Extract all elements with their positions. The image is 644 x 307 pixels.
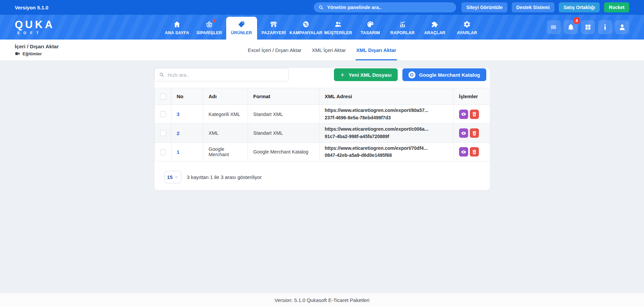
column-header-xml-address: XML Adresi bbox=[319, 88, 453, 105]
qukasoft-logo[interactable]: QUKA SOFT bbox=[15, 15, 55, 40]
chart-icon bbox=[399, 20, 407, 28]
row-checkbox[interactable] bbox=[160, 149, 166, 155]
nav-item-home[interactable]: ANA SAYFA bbox=[162, 17, 193, 40]
chevron-down-icon bbox=[175, 175, 178, 179]
nav-item-products[interactable]: ÜRÜNLER bbox=[226, 17, 257, 40]
view-button[interactable] bbox=[459, 110, 468, 119]
column-header-format: Format bbox=[248, 88, 319, 105]
logo-primary-text: QUKA bbox=[15, 19, 55, 30]
nav-item-tools[interactable]: ARAÇLAR bbox=[419, 17, 450, 40]
info-icon bbox=[601, 23, 609, 31]
nav-item-campaigns[interactable]: KAMPANYALAR bbox=[291, 17, 321, 40]
tutorials-label: Eğitimler bbox=[22, 51, 42, 56]
new-xml-file-button[interactable]: Yeni XML Dosyası bbox=[334, 68, 398, 81]
eye-icon bbox=[461, 130, 466, 136]
tab-xml-export[interactable]: XML Dışarı Aktar bbox=[355, 40, 397, 60]
quick-search[interactable] bbox=[154, 68, 289, 81]
palette-icon bbox=[366, 20, 375, 28]
nav-item-marketplace[interactable]: PAZARYERİ bbox=[258, 17, 289, 40]
apps-grid-button[interactable] bbox=[581, 20, 595, 34]
notification-count-badge: 4 bbox=[573, 17, 580, 24]
view-site-button[interactable]: Siteyi Görüntüle bbox=[461, 2, 507, 12]
nav-item-orders[interactable]: SİPARİŞLER bbox=[194, 17, 225, 40]
footer: Version: 5.1.0 Qukasoft E-Ticaret Paketl… bbox=[0, 293, 644, 307]
select-all-checkbox[interactable] bbox=[160, 94, 166, 100]
tutorials-link[interactable]: Eğitimler bbox=[15, 51, 59, 56]
info-button[interactable] bbox=[598, 20, 612, 34]
nav-label: SİPARİŞLER bbox=[196, 30, 222, 35]
gear-icon bbox=[463, 20, 471, 28]
nav-label: ANA SAYFA bbox=[165, 30, 189, 35]
admin-search-input[interactable] bbox=[327, 5, 451, 10]
delete-button[interactable] bbox=[470, 147, 479, 157]
row-format: Google Merchant Katalog bbox=[248, 142, 319, 161]
nav-label: ARAÇLAR bbox=[424, 30, 445, 35]
eye-icon bbox=[461, 111, 466, 117]
search-icon bbox=[318, 5, 324, 10]
table-row: 2 XML Standart XML https://www.eticareti… bbox=[154, 124, 490, 142]
quick-search-input[interactable] bbox=[168, 72, 284, 78]
navbar-icon-buttons: 4 bbox=[547, 15, 629, 40]
delete-button[interactable] bbox=[470, 128, 479, 138]
notifications-button[interactable]: 4 bbox=[564, 20, 578, 34]
grid-icon bbox=[584, 23, 592, 31]
page-header: İçeri / Dışarı Aktar Eğitimler Excel İçe… bbox=[0, 40, 644, 60]
row-format: Standart XML bbox=[248, 124, 319, 142]
sales-partnership-button[interactable]: Satış Ortaklığı bbox=[559, 2, 600, 12]
view-button[interactable] bbox=[459, 128, 468, 138]
support-system-button[interactable]: Destek Sistemi bbox=[512, 2, 555, 12]
nav-item-settings[interactable]: AYARLAR bbox=[452, 17, 483, 40]
store-icon bbox=[270, 20, 278, 28]
page-size-select[interactable]: 15 bbox=[164, 171, 181, 183]
account-button[interactable] bbox=[615, 20, 629, 34]
nav-label: PAZARYERİ bbox=[261, 30, 286, 35]
nav-item-customers[interactable]: MÜŞTERİLER bbox=[323, 17, 354, 40]
records-summary: 3 kayıttan 1 ile 3 arası gösteriliyor bbox=[187, 174, 262, 180]
row-checkbox[interactable] bbox=[160, 111, 166, 117]
main-navbar: QUKA SOFT ANA SAYFA SİPARİŞLER ÜRÜNLER bbox=[0, 15, 644, 40]
row-name: Google Merchant bbox=[203, 142, 248, 161]
table-controls: Yeni XML Dosyası G Google Merchant Katal… bbox=[154, 68, 490, 81]
column-header-actions: İşlemler bbox=[453, 88, 490, 105]
view-button[interactable] bbox=[459, 147, 468, 157]
home-icon bbox=[173, 20, 181, 28]
rocket-button[interactable]: Rocket bbox=[604, 2, 629, 12]
footer-version-text: Version: 5.1.0 Qukasoft E-Ticaret Paketl… bbox=[275, 297, 369, 303]
nav-item-reports[interactable]: RAPORLAR bbox=[387, 17, 418, 40]
row-actions bbox=[459, 110, 485, 119]
tab-xml-import[interactable]: XML İçeri Aktar bbox=[311, 40, 346, 60]
xml-export-card: Yeni XML Dosyası G Google Merchant Katal… bbox=[154, 68, 490, 190]
google-merchant-catalog-button[interactable]: G Google Merchant Katalog bbox=[402, 68, 486, 81]
row-number-link[interactable]: 1 bbox=[177, 149, 180, 155]
row-checkbox[interactable] bbox=[160, 130, 166, 136]
nav-label: ÜRÜNLER bbox=[231, 30, 252, 35]
row-xml-address: https://www.eticaretiogren.com/export/80… bbox=[319, 105, 453, 124]
topbar: Versiyon 5.1.0 Siteyi Görüntüle Destek S… bbox=[0, 0, 644, 15]
breadcrumb: İçeri / Dışarı Aktar Eğitimler bbox=[15, 44, 59, 56]
row-number-link[interactable]: 3 bbox=[177, 111, 180, 117]
tab-excel-import-export[interactable]: Excel İçeri / Dışarı Aktar bbox=[247, 40, 302, 60]
plus-icon bbox=[340, 72, 345, 77]
barcode-icon bbox=[550, 23, 557, 31]
admin-search[interactable] bbox=[314, 2, 456, 12]
eye-icon bbox=[461, 149, 466, 155]
version-label: Versiyon 5.1.0 bbox=[15, 5, 48, 10]
topbar-buttons: Siteyi Görüntüle Destek Sistemi Satış Or… bbox=[461, 2, 629, 12]
import-export-tabs: Excel İçeri / Dışarı Aktar XML İçeri Akt… bbox=[247, 40, 397, 60]
table-header-row: No Adı Format XML Adresi İşlemler bbox=[154, 88, 490, 105]
video-icon bbox=[15, 51, 20, 56]
column-header-no: No bbox=[171, 88, 203, 105]
barcode-button[interactable] bbox=[547, 20, 561, 34]
xml-files-table: No Adı Format XML Adresi İşlemler 3 Kate… bbox=[154, 88, 490, 162]
page-title: İçeri / Dışarı Aktar bbox=[15, 44, 59, 50]
row-name: Kategorili XML bbox=[203, 105, 248, 124]
row-format: Standart XML bbox=[248, 105, 319, 124]
nav-item-design[interactable]: TASARIM bbox=[355, 17, 386, 40]
row-number-link[interactable]: 2 bbox=[177, 130, 180, 136]
search-icon bbox=[159, 72, 164, 77]
nav-label: TASARIM bbox=[361, 30, 380, 35]
delete-button[interactable] bbox=[470, 110, 479, 119]
bell-icon bbox=[567, 23, 575, 31]
tag-icon bbox=[238, 20, 246, 28]
nav-label: KAMPANYALAR bbox=[289, 30, 322, 35]
